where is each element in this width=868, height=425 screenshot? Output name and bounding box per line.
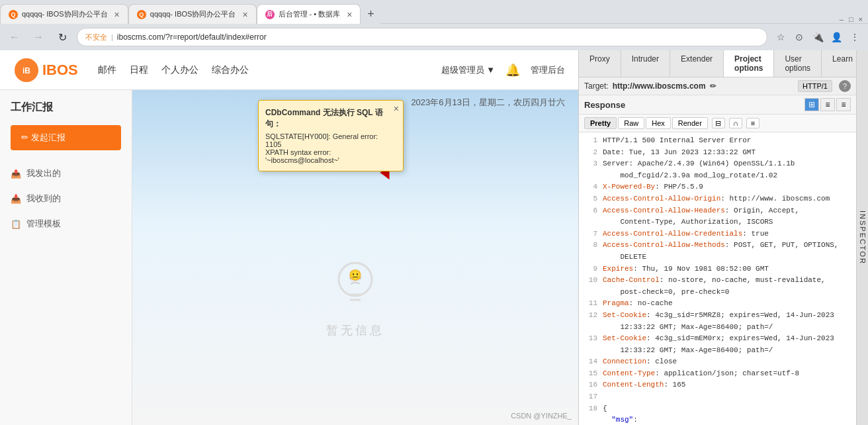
nav-calendar[interactable]: 日程 bbox=[130, 64, 148, 76]
inspector-label: INSPECTOR bbox=[859, 211, 867, 265]
resp-line-12: 12 Set-Cookie: 4c3g_sid=r5MRZ8; expires=… bbox=[582, 310, 853, 322]
tab-favicon-2: Q bbox=[137, 10, 146, 19]
back-button[interactable]: ← bbox=[5, 28, 24, 46]
burp-tab-intruder[interactable]: Intruder bbox=[621, 50, 670, 77]
tab-close-2[interactable]: × bbox=[242, 9, 247, 20]
tab-3[interactable]: 后 后台管理 - • 数据库 × bbox=[257, 4, 361, 24]
resp-line-10: 10 Cache-Control: no-store, no-cache, mu… bbox=[582, 275, 853, 287]
address-bar[interactable]: 不安全 | iboscms.com/?r=report/default/inde… bbox=[77, 28, 767, 46]
resp-line-5: 5 Access-Control-Allow-Origin: http://ww… bbox=[582, 193, 853, 205]
date-bar: 2023年6月13日，星期二，农历四月廿六 bbox=[411, 97, 565, 109]
burp-right-tabs: Extender Project options User options Le… bbox=[670, 50, 864, 77]
search-icon[interactable]: ∩ bbox=[729, 118, 742, 128]
notification-icon[interactable]: 🔔 bbox=[505, 63, 520, 77]
refresh-button[interactable]: ↻ bbox=[53, 28, 71, 46]
address-actions: ☆ ⊙ 🔌 👤 ⋮ bbox=[773, 29, 863, 45]
tab-2[interactable]: Q qqqqq- IBOS协同办公平台 × bbox=[128, 4, 257, 24]
error-popup-line2: XPATH syntax error: '~iboscms@localhost~… bbox=[265, 148, 384, 164]
burp-tab-project-options[interactable]: Project options bbox=[724, 50, 774, 77]
resp-line-11: 11 Pragma: no-cache bbox=[582, 298, 853, 310]
forward-button[interactable]: → bbox=[29, 28, 48, 46]
resp-line-6: 6 Access-Control-Allow-Headers: Origin, … bbox=[582, 205, 853, 217]
browser-chrome: Q qqqqq- IBOS协同办公平台 × Q qqqqq- IBOS协同办公平… bbox=[0, 0, 868, 50]
tab-close-1[interactable]: × bbox=[114, 9, 120, 20]
help-button[interactable]: ? bbox=[839, 80, 851, 92]
template-icon: 📋 bbox=[11, 219, 21, 229]
web-content: iB IBOS 邮件 日程 个人办公 综合办公 超级管理员 ▼ 🔔 管理后台 工… bbox=[0, 50, 578, 425]
filter-icon[interactable]: ⊟ bbox=[712, 118, 725, 128]
resp-line-4: 4 X-Powered-By: PHP/5.5.9 bbox=[582, 181, 853, 193]
view-list-button[interactable]: ≡ bbox=[820, 98, 835, 111]
star-icon[interactable]: ☆ bbox=[773, 29, 789, 45]
error-popup-line1: SQLSTATE[HY000]: General error: 1105 bbox=[265, 132, 384, 148]
address-bar-row: ← → ↻ 不安全 | iboscms.com/?r=report/defaul… bbox=[0, 24, 868, 50]
extension-icon[interactable]: 🔌 bbox=[810, 29, 826, 45]
inspector-panel: INSPECTOR bbox=[856, 50, 868, 425]
fmt-tab-pretty[interactable]: Pretty bbox=[584, 117, 617, 129]
manage-backend-button[interactable]: 管理后台 bbox=[531, 64, 565, 76]
sent-icon: 📤 bbox=[11, 169, 21, 179]
burp-target-url[interactable]: http://www.iboscms.com bbox=[613, 81, 706, 91]
menu-icon[interactable]: ⋮ bbox=[847, 29, 863, 45]
tab-1[interactable]: Q qqqqq- IBOS协同办公平台 × bbox=[0, 4, 128, 24]
sidebar-received-label: 我收到的 bbox=[26, 193, 61, 205]
resp-line-13: 13 Set-Cookie: 4c3g_sid=mEM0rx; expires=… bbox=[582, 333, 853, 345]
nav-mail[interactable]: 邮件 bbox=[98, 64, 116, 76]
burp-panel: Proxy Intruder Extender Project options … bbox=[578, 50, 856, 425]
new-tab-button[interactable]: + bbox=[361, 4, 380, 24]
burp-tab-user-options[interactable]: User options bbox=[774, 50, 822, 77]
view-grid-button[interactable]: ⊞ bbox=[804, 98, 819, 111]
sidebar-item-sent[interactable]: 📤 我发出的 bbox=[0, 161, 132, 186]
nav-right: 超级管理员 ▼ 🔔 管理后台 bbox=[441, 63, 565, 77]
sidebar-item-template[interactable]: 📋 管理模板 bbox=[0, 211, 132, 236]
received-icon: 📥 bbox=[11, 194, 21, 204]
fmt-tab-render[interactable]: Render bbox=[672, 117, 708, 129]
initiate-report-button[interactable]: ✏ 发起汇报 bbox=[11, 125, 121, 150]
resp-line-18: 18 { bbox=[582, 403, 853, 415]
burp-tab-extender[interactable]: Extender bbox=[670, 50, 724, 77]
address-text: iboscms.com/?r=report/default/index#erro… bbox=[117, 32, 267, 42]
menu-dots-icon[interactable]: ≡ bbox=[746, 118, 760, 128]
admin-dropdown[interactable]: 超级管理员 ▼ bbox=[441, 64, 495, 76]
empty-bulb-icon: 😐 bbox=[329, 256, 382, 322]
resp-line-8: 8 Access-Control-Allow-Methods: POST, GE… bbox=[582, 240, 853, 252]
response-header-row: Response ⊞ ≡ ≡ bbox=[579, 95, 856, 115]
sidebar-template-label: 管理模板 bbox=[26, 218, 61, 230]
burp-tab-proxy[interactable]: Proxy bbox=[579, 50, 621, 77]
view-detail-button[interactable]: ≡ bbox=[836, 98, 851, 111]
tab-label-2: qqqqq- IBOS协同办公平台 bbox=[150, 9, 236, 19]
fmt-tab-hex[interactable]: Hex bbox=[646, 117, 671, 129]
security-label: 不安全 bbox=[85, 32, 107, 42]
account-icon[interactable]: 👤 bbox=[828, 29, 844, 45]
resp-line-7: 7 Access-Control-Allow-Credentials: true bbox=[582, 228, 853, 240]
web-navbar: iB IBOS 邮件 日程 个人办公 综合办公 超级管理员 ▼ 🔔 管理后台 bbox=[0, 50, 578, 90]
tab-label-1: qqqqq- IBOS协同办公平台 bbox=[22, 9, 108, 19]
nav-personal[interactable]: 个人办公 bbox=[161, 64, 198, 76]
response-view-buttons: ⊞ ≡ ≡ bbox=[804, 98, 851, 111]
resp-line-3: 3 Server: Apache/2.4.39 (Win64) OpenSSL/… bbox=[582, 158, 853, 170]
sidebar-title: 工作汇报 bbox=[0, 101, 132, 125]
http-version-button[interactable]: HTTP/1 bbox=[798, 80, 832, 92]
profile-icon[interactable]: ⊙ bbox=[791, 29, 807, 45]
nav-general[interactable]: 综合办公 bbox=[212, 64, 249, 76]
tab-close-3[interactable]: × bbox=[347, 9, 352, 20]
pipe-separator: | bbox=[111, 33, 113, 41]
sidebar-item-received[interactable]: 📥 我收到的 bbox=[0, 186, 132, 211]
tab-favicon-1: Q bbox=[9, 10, 18, 19]
edit-target-icon[interactable]: ✏ bbox=[710, 81, 716, 91]
resp-line-1: 1 HTTP/1.1 500 Internal Server Error bbox=[582, 135, 853, 147]
resp-line-2: 2 Date: Tue, 13 Jun 2023 12:33:22 GMT bbox=[582, 147, 853, 159]
error-popup-close[interactable]: × bbox=[394, 103, 399, 114]
web-main: 工作汇报 ✏ 发起汇报 📤 我发出的 📥 我收到的 📋 管理模板 202 bbox=[0, 90, 578, 425]
resp-line-14: 14 Connection: close bbox=[582, 356, 853, 368]
error-popup-title: CDbCommand 无法执行 SQL 语句： bbox=[265, 107, 384, 130]
tab-bar: Q qqqqq- IBOS协同办公平台 × Q qqqqq- IBOS协同办公平… bbox=[0, 0, 868, 24]
logo-area: iB IBOS bbox=[13, 57, 78, 83]
fmt-tab-raw[interactable]: Raw bbox=[618, 117, 644, 129]
burp-main-tabs: Proxy Intruder bbox=[579, 50, 670, 77]
burp-format-tabs: Pretty Raw Hex Render ⊟ ∩ ≡ bbox=[579, 115, 856, 132]
resp-line-10b: post-check=0, pre-check=0 bbox=[582, 287, 853, 299]
resp-line-9: 9 Expires: Thu, 19 Nov 1981 08:52:00 GMT bbox=[582, 263, 853, 275]
logo-text: IBOS bbox=[42, 62, 78, 79]
resp-line-13b: 12:33:22 GMT; Max-Age=86400; path=/ bbox=[582, 345, 853, 357]
